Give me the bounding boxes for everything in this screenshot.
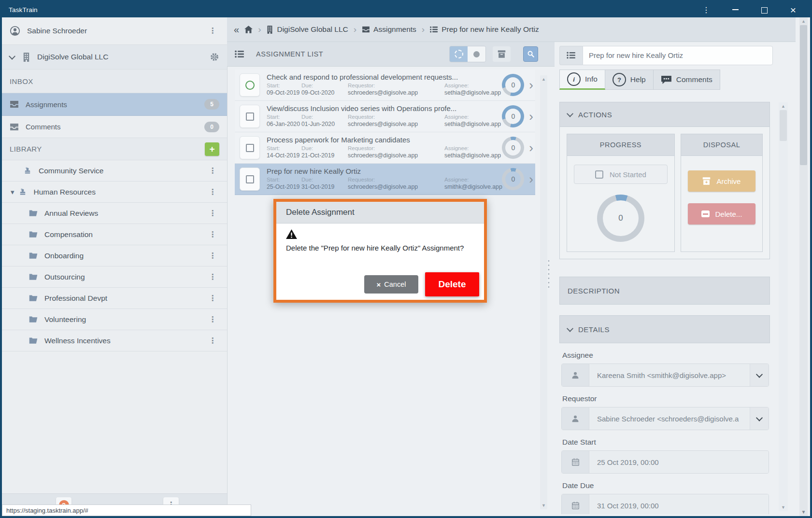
window-scrollbar[interactable]: ▲ ▼ — [799, 17, 808, 516]
panel-resize-handle[interactable] — [547, 259, 551, 289]
user-menu-icon[interactable]: ⋮ — [206, 26, 219, 36]
scroll-up-icon[interactable]: ▲ — [540, 77, 547, 82]
not-started-button[interactable]: Not Started — [574, 165, 668, 184]
assignee-field[interactable]: Kareena Smith <smithk@digisolve.app> — [561, 364, 769, 387]
kebab-menu-icon[interactable]: ⋮ — [206, 272, 219, 282]
kebab-menu-icon[interactable]: ⋮ — [206, 315, 219, 324]
minimize-button[interactable] — [729, 3, 741, 16]
sidebar-item-volunteering[interactable]: Volunteering ⋮ — [2, 309, 227, 330]
row-chevron-right-icon[interactable]: › — [529, 172, 533, 187]
sidebar-section-library: LIBRARY + — [2, 138, 227, 160]
breadcrumb-org[interactable]: DigiSolve Global LLC — [266, 25, 348, 34]
org-chevron-down-icon[interactable] — [9, 53, 15, 60]
sidebar-item-community-service[interactable]: Community Service ⋮ — [2, 160, 227, 182]
calendar-icon — [562, 451, 589, 473]
date-due-field[interactable]: 31 Oct 2019, 00:00 — [561, 494, 769, 514]
sidebar-item-comments[interactable]: Comments 0 — [2, 116, 227, 138]
kebab-menu-icon[interactable]: ⋮ — [206, 166, 219, 176]
sidebar-item-assignments[interactable]: Assignments 5 — [2, 93, 227, 116]
window-menu-icon[interactable]: ⋮ — [700, 3, 712, 16]
scroll-up-icon[interactable]: ▲ — [779, 104, 788, 109]
breadcrumb-assignments[interactable]: Assignments — [362, 25, 416, 34]
close-button[interactable]: × — [787, 3, 799, 16]
sidebar-item-label: Human Resources — [34, 188, 96, 196]
scroll-down-icon[interactable]: ▼ — [799, 509, 808, 515]
delete-assignment-button[interactable]: Delete... — [688, 203, 755, 224]
assignment-row[interactable]: View/discuss Inclusion video series with… — [235, 101, 535, 132]
requestor-field[interactable]: Sabine Schroeder <schroeders@digisolve.a — [561, 407, 769, 430]
assignment-title: Prep for new hire Keally Ortiz — [267, 167, 500, 175]
assignee-label: Assignee: — [444, 145, 500, 152]
assignment-row-selected[interactable]: Prep for new hire Keally Ortiz Start:25-… — [235, 164, 535, 195]
row-chevron-right-icon[interactable]: › — [529, 78, 533, 93]
kebab-menu-icon[interactable]: ⋮ — [206, 251, 219, 261]
status-button[interactable] — [240, 105, 260, 128]
row-chevron-right-icon[interactable]: › — [529, 109, 533, 124]
sidebar-item-wellness-incentives[interactable]: Wellness Incentives ⋮ — [2, 330, 227, 351]
kebab-menu-icon[interactable]: ⋮ — [206, 209, 219, 218]
date-start-field[interactable]: 25 Oct 2019, 00:00 — [561, 450, 769, 474]
cancel-button[interactable]: × Cancel — [364, 275, 418, 294]
delete-label: Delete... — [715, 210, 742, 218]
sidebar-item-annual-reviews[interactable]: Annual Reviews ⋮ — [2, 203, 227, 224]
assignment-row[interactable]: Check and respond to professional develo… — [235, 70, 535, 101]
chevron-down-icon — [567, 111, 573, 117]
tab-help[interactable]: ? Help — [605, 70, 654, 90]
sidebar-item-onboarding[interactable]: Onboarding ⋮ — [2, 245, 227, 266]
checkbox-icon — [595, 170, 603, 179]
breadcrumb-current[interactable]: Prep for new hire Keally Ortiz — [430, 25, 539, 34]
comments-tray-icon — [10, 123, 19, 131]
kebab-menu-icon[interactable]: ⋮ — [206, 230, 219, 239]
assignment-list-scrollbar[interactable]: ▲ ▼ — [540, 75, 547, 509]
kebab-menu-icon[interactable]: ⋮ — [206, 294, 219, 303]
sidebar-item-outsourcing[interactable]: Outsourcing ⋮ — [2, 266, 227, 288]
sidebar-org-row[interactable]: DigiSolve Global LLC — [2, 45, 227, 70]
org-settings-gear-icon[interactable] — [210, 52, 219, 62]
status-button[interactable] — [240, 136, 260, 159]
expander-triangle-down-icon[interactable]: ▾ — [11, 188, 14, 196]
scroll-down-icon[interactable]: ▼ — [540, 503, 547, 508]
sidebar-item-human-resources[interactable]: ▾ Human Resources ⋮ — [2, 182, 227, 203]
actions-section-header[interactable]: ACTIONS — [559, 102, 770, 127]
assignment-row[interactable]: Process paperwork for Marketing candidat… — [235, 132, 535, 164]
row-chevron-right-icon[interactable]: › — [529, 140, 533, 155]
app-title: TaskTrain — [9, 6, 38, 14]
collapse-sidebar-icon[interactable]: « — [234, 24, 239, 35]
completed-assignments-toggle[interactable] — [468, 46, 485, 62]
sidebar-item-professional-devpt[interactable]: Professional Devpt ⋮ — [2, 288, 227, 309]
tab-comments[interactable]: Comments — [654, 70, 720, 90]
details-section-header[interactable]: DETAILS — [559, 315, 770, 343]
due-label: Due: — [301, 82, 348, 89]
status-button[interactable] — [240, 73, 260, 97]
tab-info[interactable]: i Info — [559, 70, 605, 90]
status-button[interactable] — [240, 168, 260, 191]
breadcrumb-home[interactable] — [244, 26, 253, 33]
description-section-header[interactable]: DESCRIPTION — [559, 277, 770, 305]
archive-box-icon — [702, 177, 711, 185]
search-button[interactable] — [523, 46, 538, 62]
confirm-delete-button[interactable]: Delete — [425, 272, 479, 296]
detail-panel-scrollbar[interactable]: ▲ ▼ — [779, 102, 788, 511]
progress-count-large: 0 — [618, 213, 623, 223]
list-icon — [430, 26, 438, 33]
add-process-button[interactable]: + — [205, 142, 219, 156]
dropdown-chevron-icon[interactable] — [750, 407, 769, 430]
scrollbar-thumb[interactable] — [800, 25, 807, 165]
folder-open-icon — [29, 294, 38, 302]
sidebar-user-row[interactable]: Sabine Schroeder ⋮ — [2, 17, 227, 45]
assignment-title-input[interactable] — [583, 46, 773, 65]
archived-assignments-toggle[interactable] — [493, 46, 511, 62]
scroll-down-icon[interactable]: ▼ — [779, 505, 788, 510]
tab-comments-label: Comments — [676, 75, 712, 84]
folder-open-icon — [29, 210, 38, 217]
open-assignments-toggle[interactable] — [450, 46, 468, 62]
sidebar-item-compensation[interactable]: Compensation ⋮ — [2, 224, 227, 245]
dropdown-chevron-icon[interactable] — [750, 364, 769, 386]
start-label: Start: — [267, 82, 301, 89]
scrollbar-thumb[interactable] — [780, 110, 787, 141]
kebab-menu-icon[interactable]: ⋮ — [206, 336, 219, 346]
restore-button[interactable] — [758, 3, 770, 16]
scroll-up-icon[interactable]: ▲ — [799, 19, 808, 24]
archive-button[interactable]: Archive — [688, 170, 755, 192]
kebab-menu-icon[interactable]: ⋮ — [206, 187, 219, 197]
